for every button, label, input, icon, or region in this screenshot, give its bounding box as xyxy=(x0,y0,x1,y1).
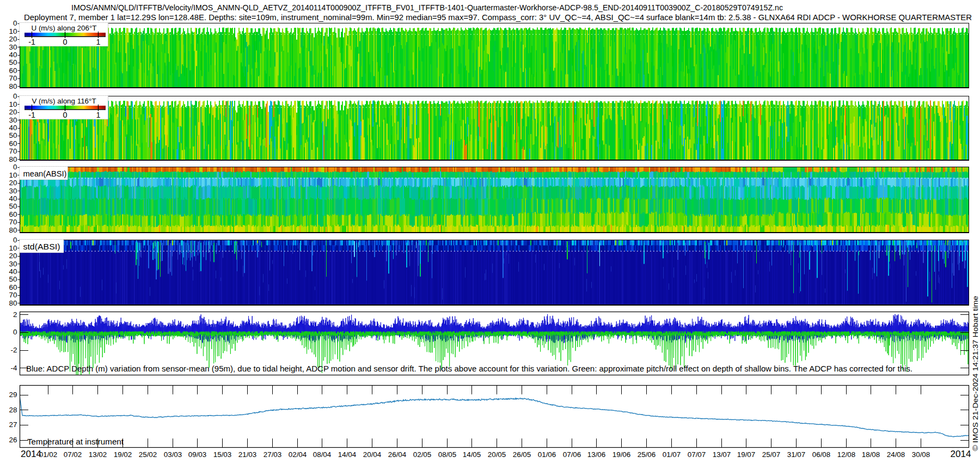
svg-text:2014: 2014 xyxy=(951,449,971,459)
svg-text:07/02: 07/02 xyxy=(64,450,82,459)
svg-text:50: 50 xyxy=(9,275,17,283)
svg-text:26/05: 26/05 xyxy=(513,450,531,459)
svg-text:10: 10 xyxy=(9,27,17,35)
svg-text:27: 27 xyxy=(9,421,17,429)
svg-text:60: 60 xyxy=(9,283,17,291)
svg-text:31/07: 31/07 xyxy=(787,450,806,459)
svg-text:-1: -1 xyxy=(28,111,35,119)
svg-text:V (m/s) along 116°T: V (m/s) along 116°T xyxy=(32,97,96,105)
svg-text:60: 60 xyxy=(9,210,17,218)
svg-text:19/06: 19/06 xyxy=(612,450,631,459)
svg-text:Temperature at instrument: Temperature at instrument xyxy=(27,437,124,446)
svg-text:IMOS/ANMN/QLD/ITFFTB/Velocity/: IMOS/ANMN/QLD/ITFFTB/Velocity/IMOS_ANMN-… xyxy=(71,3,783,12)
svg-text:20: 20 xyxy=(9,252,17,260)
svg-text:70: 70 xyxy=(9,74,17,82)
svg-text:std(ABSI): std(ABSI) xyxy=(23,242,60,251)
svg-text:Deployment 7, member 1 lat=12.: Deployment 7, member 1 lat=12.29S lon=12… xyxy=(24,13,972,22)
svg-text:30: 30 xyxy=(9,43,17,51)
svg-text:20: 20 xyxy=(9,35,17,43)
svg-text:12/08: 12/08 xyxy=(837,450,856,459)
svg-text:02/05: 02/05 xyxy=(413,450,432,459)
svg-text:13/06: 13/06 xyxy=(587,450,606,459)
svg-text:60: 60 xyxy=(9,66,17,75)
svg-text:70: 70 xyxy=(9,291,17,299)
svg-text:2014: 2014 xyxy=(21,449,41,459)
svg-text:0: 0 xyxy=(13,92,17,100)
svg-text:03/03: 03/03 xyxy=(164,450,182,459)
svg-text:30/08: 30/08 xyxy=(912,450,930,459)
svg-text:28: 28 xyxy=(9,406,17,414)
svg-text:0: 0 xyxy=(13,163,17,171)
svg-text:40: 40 xyxy=(9,124,17,132)
svg-text:25/07: 25/07 xyxy=(762,450,781,459)
svg-text:25/02: 25/02 xyxy=(139,450,157,459)
svg-text:09/03: 09/03 xyxy=(188,450,207,459)
svg-text:20: 20 xyxy=(9,108,17,116)
svg-text:80: 80 xyxy=(9,226,17,234)
svg-text:2: 2 xyxy=(13,310,17,319)
svg-text:13/02: 13/02 xyxy=(89,450,107,459)
svg-text:10: 10 xyxy=(9,100,17,108)
svg-text:U (m/s) along 206°T: U (m/s) along 206°T xyxy=(32,24,97,32)
svg-text:07/07: 07/07 xyxy=(688,450,706,459)
svg-text:40: 40 xyxy=(9,194,17,203)
svg-text:70: 70 xyxy=(9,147,17,155)
svg-text:80: 80 xyxy=(9,82,17,90)
svg-text:19/02: 19/02 xyxy=(114,450,132,459)
svg-text:mean(ABSI): mean(ABSI) xyxy=(23,169,67,178)
svg-text:-4: -4 xyxy=(11,364,17,372)
svg-text:40: 40 xyxy=(9,267,17,276)
svg-text:24/08: 24/08 xyxy=(887,450,905,459)
svg-text:14/05: 14/05 xyxy=(463,450,481,459)
svg-text:01/02: 01/02 xyxy=(39,450,58,459)
svg-text:Blue: ADCP Depth (m) variation: Blue: ADCP Depth (m) variation from sens… xyxy=(26,364,912,373)
svg-text:26/04: 26/04 xyxy=(388,450,407,459)
svg-text:30: 30 xyxy=(9,116,17,124)
svg-text:08/05: 08/05 xyxy=(438,450,457,459)
svg-text:18/08: 18/08 xyxy=(862,450,880,459)
svg-text:20: 20 xyxy=(9,179,17,187)
svg-text:14/04: 14/04 xyxy=(338,450,357,459)
svg-text:60: 60 xyxy=(9,139,17,148)
svg-text:0: 0 xyxy=(63,111,68,119)
svg-text:0: 0 xyxy=(13,19,17,27)
svg-text:0: 0 xyxy=(63,38,68,46)
svg-text:50: 50 xyxy=(9,58,17,66)
svg-text:30: 30 xyxy=(9,260,17,268)
svg-text:08/04: 08/04 xyxy=(313,450,332,459)
svg-text:1: 1 xyxy=(96,111,101,119)
svg-text:1: 1 xyxy=(96,38,101,46)
svg-text:50: 50 xyxy=(9,131,17,139)
svg-text:0: 0 xyxy=(13,236,17,244)
svg-text:19/07: 19/07 xyxy=(737,450,756,459)
svg-text:© IMOS 21-Dec-2024 14:21:37 Ho: © IMOS 21-Dec-2024 14:21:37 Hobart time xyxy=(971,296,979,451)
svg-text:26: 26 xyxy=(9,436,17,444)
svg-text:01/06: 01/06 xyxy=(538,450,556,459)
svg-text:30: 30 xyxy=(9,187,17,195)
svg-text:20/04: 20/04 xyxy=(363,450,382,459)
svg-text:20/05: 20/05 xyxy=(488,450,506,459)
svg-text:02/04: 02/04 xyxy=(289,450,307,459)
svg-text:80: 80 xyxy=(9,155,17,163)
svg-text:10: 10 xyxy=(9,244,17,252)
svg-text:01/07: 01/07 xyxy=(663,450,681,459)
svg-text:80: 80 xyxy=(9,299,17,307)
svg-text:-2: -2 xyxy=(11,346,17,354)
svg-text:-1: -1 xyxy=(28,38,35,46)
svg-text:0: 0 xyxy=(13,328,17,336)
svg-text:10: 10 xyxy=(9,171,17,179)
svg-text:70: 70 xyxy=(9,218,17,226)
svg-text:13/07: 13/07 xyxy=(713,450,731,459)
svg-text:25/06: 25/06 xyxy=(638,450,656,459)
svg-text:21/03: 21/03 xyxy=(238,450,257,459)
svg-text:07/06: 07/06 xyxy=(563,450,581,459)
svg-text:50: 50 xyxy=(9,202,17,210)
svg-text:06/08: 06/08 xyxy=(812,450,831,459)
svg-text:29: 29 xyxy=(9,391,17,399)
svg-text:15/03: 15/03 xyxy=(213,450,232,459)
svg-text:27/03: 27/03 xyxy=(264,450,282,459)
svg-text:40: 40 xyxy=(9,51,17,59)
